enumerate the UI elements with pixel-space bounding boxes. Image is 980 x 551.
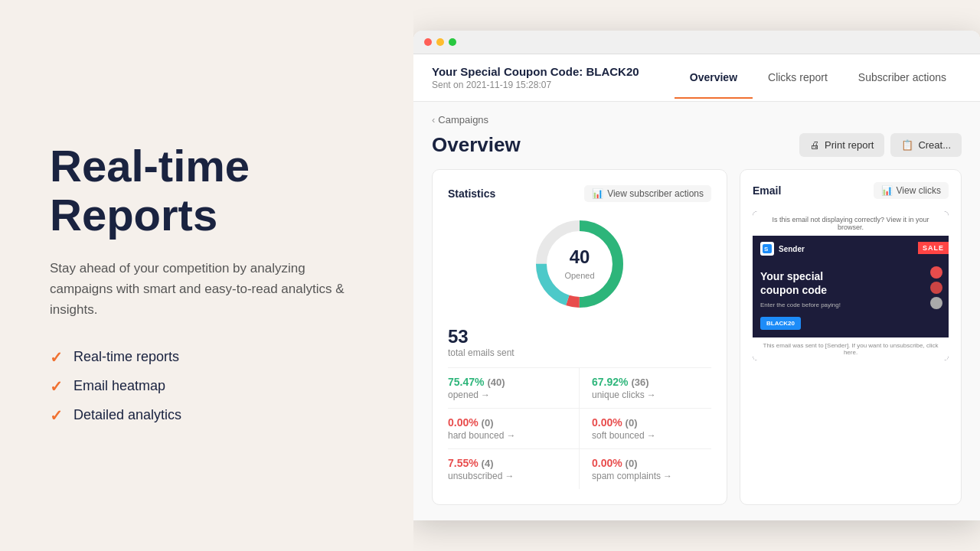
- email-coupon-btn: BLACK20: [760, 317, 801, 330]
- svg-text:S: S: [764, 246, 769, 253]
- stat-soft-bounced-value: 0.00% (0): [592, 416, 711, 429]
- stat-unsubscribed-link[interactable]: unsubscribed →: [448, 471, 567, 481]
- feature-label-2: Email heatmap: [74, 378, 165, 394]
- browser-dot-yellow[interactable]: [436, 38, 444, 46]
- view-clicks-button[interactable]: 📊 View clicks: [874, 182, 949, 199]
- total-label: total emails sent: [448, 347, 711, 358]
- stat-opened-link[interactable]: opened →: [448, 390, 567, 400]
- campaign-date: Sent on 2021-11-19 15:28:07: [432, 80, 675, 90]
- total-number: 53: [448, 326, 469, 347]
- check-icon-2: ✓: [50, 377, 63, 396]
- feature-list: ✓ Real-time reports ✓ Email heatmap ✓ De…: [50, 348, 375, 425]
- right-panel: Your Special Coupon Code: BLACK20 Sent o…: [413, 0, 980, 551]
- stat-hard-bounced-link[interactable]: hard bounced →: [448, 430, 567, 441]
- browser-window: Your Special Coupon Code: BLACK20 Sent o…: [413, 31, 980, 520]
- page-content: ‹ Campaigns Overview 🖨 Print report 📋 Cr…: [413, 102, 980, 520]
- email-hero-sub: Enter the code before paying!: [760, 302, 941, 308]
- breadcrumb-campaigns[interactable]: Campaigns: [438, 114, 488, 126]
- check-icon-3: ✓: [50, 406, 63, 425]
- page-title: Overview: [432, 133, 521, 157]
- tab-clicks-report[interactable]: Clicks report: [753, 57, 843, 99]
- email-sale-badge: SALE: [918, 242, 949, 254]
- stats-panel-title: Statistics: [448, 187, 495, 200]
- view-subscriber-actions-label: View subscriber actions: [607, 188, 704, 199]
- feature-item-3: ✓ Detailed analytics: [50, 406, 375, 425]
- header-buttons: 🖨 Print report 📋 Creat...: [799, 133, 962, 157]
- browser-bar: [413, 31, 980, 54]
- hero-title: Real-time Reports: [50, 142, 375, 240]
- check-icon-1: ✓: [50, 348, 63, 367]
- view-subscriber-actions-button[interactable]: 📊 View subscriber actions: [584, 185, 711, 202]
- stat-spam-value: 0.00% (0): [592, 457, 711, 469]
- email-preview: Is this email not displaying correctly? …: [753, 211, 949, 360]
- feature-label-1: Real-time reports: [74, 349, 179, 365]
- hero-subtitle: Stay ahead of your competition by analyz…: [50, 258, 371, 321]
- app-header: Your Special Coupon Code: BLACK20 Sent o…: [413, 54, 980, 102]
- stat-hard-bounced: 0.00% (0) hard bounced →: [448, 408, 580, 448]
- donut-label: Opened: [564, 271, 594, 280]
- email-brand-name: Sender: [779, 245, 805, 253]
- email-preview-body: S Sender SALE Your special coupon code E…: [753, 236, 949, 337]
- donut-center: 40 Opened: [564, 246, 594, 282]
- stat-soft-bounced: 0.00% (0) soft bounced →: [580, 408, 711, 448]
- feature-item-2: ✓ Email heatmap: [50, 377, 375, 396]
- stat-unique-clicks-value: 67.92% (36): [592, 376, 711, 388]
- campaign-title: Your Special Coupon Code: BLACK20: [432, 65, 675, 78]
- email-deco-balls: [930, 266, 942, 309]
- print-icon: 🖨: [810, 139, 820, 151]
- stat-unsubscribed-value: 7.55% (4): [448, 457, 567, 469]
- create-icon: 📋: [901, 139, 913, 151]
- breadcrumb: ‹ Campaigns: [432, 114, 962, 126]
- app-header-left: Your Special Coupon Code: BLACK20 Sent o…: [432, 54, 675, 101]
- email-footer: This email was sent to [Sender]. If you …: [753, 337, 949, 360]
- create-button[interactable]: 📋 Creat...: [890, 133, 962, 157]
- stat-opened: 75.47% (40) opened →: [448, 367, 580, 408]
- stat-opened-value: 75.47% (40): [448, 376, 567, 388]
- email-preview-top: Is this email not displaying correctly? …: [753, 211, 949, 236]
- left-panel: Real-time Reports Stay ahead of your com…: [0, 0, 413, 551]
- stats-panel: Statistics 📊 View subscriber actions: [432, 169, 727, 505]
- stat-unique-clicks: 67.92% (36) unique clicks →: [580, 367, 711, 408]
- bar-chart-icon: 📊: [592, 188, 603, 199]
- stats-grid: 75.47% (40) opened → 67.92% (36): [448, 367, 711, 489]
- stat-unsubscribed: 7.55% (4) unsubscribed →: [448, 448, 580, 489]
- sender-logo-icon: S: [763, 244, 772, 253]
- stat-spam: 0.00% (0) spam complaints →: [580, 448, 711, 489]
- email-brand-icon: S: [760, 242, 774, 256]
- email-panel: Email 📊 View clicks Is this email not di…: [740, 169, 962, 505]
- email-hero: Your special coupon code Enter the code …: [753, 260, 949, 337]
- feature-item-1: ✓ Real-time reports: [50, 348, 375, 367]
- breadcrumb-arrow: ‹: [432, 114, 435, 126]
- create-label: Creat...: [918, 139, 951, 151]
- bar-chart-icon-2: 📊: [881, 185, 893, 196]
- print-report-label: Print report: [825, 139, 874, 151]
- ball-darkred: [930, 282, 942, 294]
- panels-row: Statistics 📊 View subscriber actions: [432, 169, 962, 505]
- ball-gray: [930, 297, 942, 309]
- email-panel-header: Email 📊 View clicks: [753, 182, 949, 199]
- donut-number: 40: [564, 246, 594, 268]
- print-report-button[interactable]: 🖨 Print report: [799, 133, 884, 157]
- stat-hard-bounced-value: 0.00% (0): [448, 416, 567, 429]
- browser-dot-green[interactable]: [449, 38, 456, 46]
- browser-dot-red[interactable]: [424, 38, 432, 46]
- stats-panel-header: Statistics 📊 View subscriber actions: [448, 185, 711, 202]
- page-header-row: Overview 🖨 Print report 📋 Creat...: [432, 133, 962, 157]
- stat-soft-bounced-link[interactable]: soft bounced →: [592, 430, 711, 441]
- total-sent: 53 total emails sent: [448, 326, 711, 358]
- stat-unique-clicks-link[interactable]: unique clicks →: [592, 390, 711, 400]
- email-panel-title: Email: [753, 184, 781, 197]
- view-clicks-label: View clicks: [897, 185, 941, 196]
- stat-spam-link[interactable]: spam complaints →: [592, 471, 711, 481]
- page-inner: ‹ Campaigns Overview 🖨 Print report 📋 Cr…: [413, 102, 980, 520]
- ball-red: [930, 266, 942, 279]
- tab-overview[interactable]: Overview: [675, 57, 753, 99]
- feature-label-3: Detailed analytics: [74, 407, 181, 423]
- donut-wrapper: 40 Opened: [530, 214, 629, 314]
- email-hero-title: Your special coupon code: [760, 269, 860, 297]
- app-nav: Overview Clicks report Subscriber action…: [675, 57, 962, 99]
- tab-subscriber-actions[interactable]: Subscriber actions: [843, 57, 962, 99]
- donut-container: 40 Opened: [448, 214, 711, 314]
